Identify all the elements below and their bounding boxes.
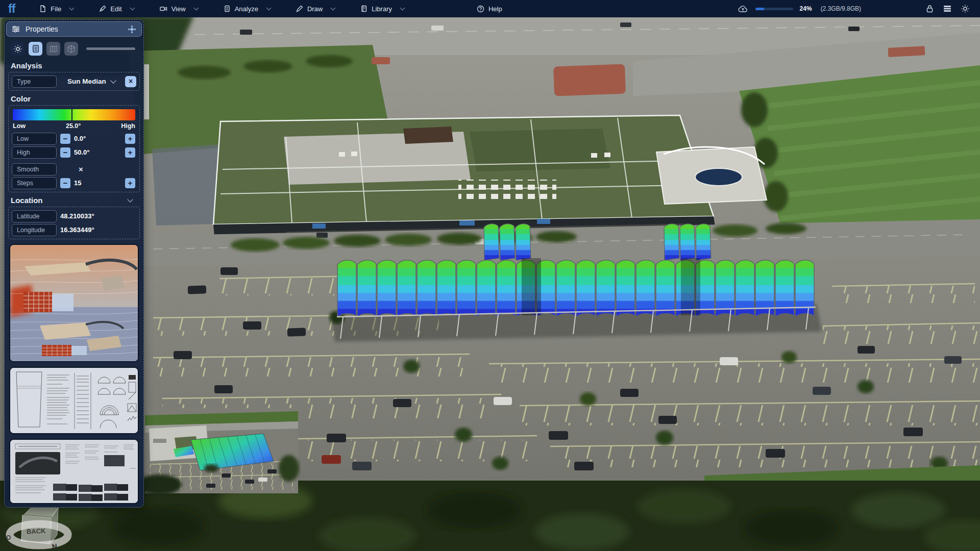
help-icon — [477, 5, 484, 13]
high-increment-button[interactable]: + — [125, 147, 135, 158]
cube-icon — [67, 45, 75, 53]
chevron-down-icon — [331, 5, 336, 10]
ramp-high-label: High — [121, 122, 135, 130]
analysis-group: Type Sun Median × — [8, 72, 140, 91]
cloud-sync-icon — [738, 3, 749, 14]
thumbnail-cfd-study[interactable] — [9, 244, 139, 362]
high-decrement-button[interactable]: − — [60, 147, 70, 158]
app-window: O BACK N ff File Edit View Analyze Draw — [0, 0, 980, 551]
app-logo: ff — [8, 2, 15, 16]
layers-list-icon[interactable] — [942, 3, 953, 14]
location-group: Latitude 48.210033° Longitude 16.363449° — [8, 207, 140, 239]
menu-library[interactable]: Library — [353, 5, 411, 13]
menu-help-label: Help — [488, 5, 502, 13]
nav-cube-back-label: BACK — [27, 527, 46, 536]
sliders-icon — [12, 26, 20, 33]
smooth-checkbox[interactable]: × — [79, 165, 83, 173]
low-increment-button[interactable]: + — [125, 134, 135, 144]
brightness-settings-icon[interactable] — [960, 3, 971, 14]
sync-progress-percent: 24% — [800, 5, 812, 12]
main-menu: File Edit View Analyze Draw Library Help — [32, 5, 520, 13]
wall-sliver — [144, 64, 149, 119]
thumbnail-report-page[interactable] — [9, 439, 139, 504]
sun-icon — [14, 45, 22, 53]
color-ramp-labels: Low 25.0° High — [12, 121, 136, 132]
analysis-heading: Analysis — [5, 58, 143, 72]
lock-icon[interactable] — [924, 3, 935, 14]
analysis-type-value: Sun Median — [67, 78, 106, 85]
chevron-down-icon — [193, 5, 199, 10]
menu-analyze-label: Analyze — [235, 5, 258, 13]
location-heading: Location — [5, 192, 143, 207]
low-label: Low — [12, 133, 57, 145]
longitude-label: Longitude — [12, 224, 57, 236]
chevron-down-icon — [266, 5, 271, 10]
menu-library-label: Library — [372, 5, 392, 13]
nav-cube-west-label: O — [6, 534, 11, 541]
sync-progress-bar — [755, 8, 793, 10]
menu-file[interactable]: File — [32, 5, 81, 13]
panel-drag-bar[interactable] — [86, 47, 135, 50]
steps-decrement-button[interactable]: − — [60, 178, 70, 188]
menu-view-label: View — [172, 5, 186, 13]
menu-view[interactable]: View — [153, 5, 205, 13]
ramp-mid-value: 25.0° — [26, 122, 121, 130]
view-camera-icon — [160, 5, 167, 12]
panel-toolbar — [5, 38, 143, 58]
properties-panel-header[interactable]: Properties — [6, 21, 142, 37]
edit-icon — [99, 5, 106, 12]
chevron-down-icon — [400, 5, 405, 10]
latitude-label: Latitude — [12, 210, 57, 222]
menu-draw-label: Draw — [307, 5, 323, 13]
color-ramp[interactable] — [13, 109, 135, 120]
tab-sun-analysis[interactable] — [11, 42, 24, 56]
steps-increment-button[interactable]: + — [125, 178, 135, 188]
type-label: Type — [12, 76, 57, 88]
file-icon — [39, 5, 46, 12]
low-value[interactable]: 0.0° — [74, 135, 86, 142]
menu-edit[interactable]: Edit — [92, 5, 141, 13]
tab-map[interactable] — [46, 42, 60, 56]
viewport-3d[interactable]: O BACK N — [0, 0, 980, 551]
notes-icon — [32, 45, 39, 53]
analysis-type-dropdown[interactable]: Sun Median — [60, 78, 121, 85]
top-menu-bar: ff File Edit View Analyze Draw Library — [0, 0, 980, 17]
remove-analysis-button[interactable]: × — [125, 76, 136, 87]
menu-edit-label: Edit — [110, 5, 121, 13]
ramp-low-label: Low — [13, 122, 26, 130]
menu-analyze[interactable]: Analyze — [216, 5, 278, 13]
chevron-down-icon — [130, 5, 135, 10]
smooth-label: Smooth — [12, 163, 57, 176]
tab-properties-list[interactable] — [29, 42, 42, 56]
chevron-down-icon — [110, 78, 116, 83]
color-group: Low 25.0° High Low − 0.0° + High − 50.0°… — [8, 105, 140, 192]
properties-panel: Properties Analysis Type Sun Median × Co… — [4, 19, 144, 508]
thumbnail-technical-sheet[interactable] — [9, 367, 139, 434]
color-heading: Color — [5, 91, 143, 105]
analyze-icon — [224, 5, 231, 12]
panel-title: Properties — [26, 25, 122, 33]
draw-pencil-icon — [296, 5, 303, 12]
latitude-value[interactable]: 48.210033° — [60, 212, 94, 220]
steps-value[interactable]: 15 — [74, 179, 81, 187]
collapse-chevron-icon[interactable] — [127, 196, 133, 202]
library-book-icon — [360, 5, 368, 12]
map-icon — [50, 45, 58, 53]
low-decrement-button[interactable]: − — [60, 134, 70, 144]
tab-3d-model[interactable] — [64, 42, 78, 56]
high-label: High — [12, 146, 57, 159]
menu-help[interactable]: Help — [470, 5, 509, 13]
menu-draw[interactable]: Draw — [289, 5, 342, 13]
canopy-wing-left — [484, 224, 531, 260]
memory-usage: (2.3GB/9.8GB) — [821, 5, 861, 12]
longitude-value[interactable]: 16.363449° — [60, 226, 94, 234]
inset-photo — [137, 408, 299, 495]
high-value[interactable]: 50.0° — [74, 148, 90, 156]
menu-file-label: File — [51, 5, 61, 13]
steps-label: Steps — [12, 177, 57, 189]
chevron-down-icon — [69, 5, 75, 10]
location-heading-label: Location — [11, 196, 43, 205]
canopy-wing-right — [664, 224, 711, 260]
color-ramp-marker[interactable] — [71, 109, 72, 121]
move-icon[interactable] — [128, 25, 136, 34]
